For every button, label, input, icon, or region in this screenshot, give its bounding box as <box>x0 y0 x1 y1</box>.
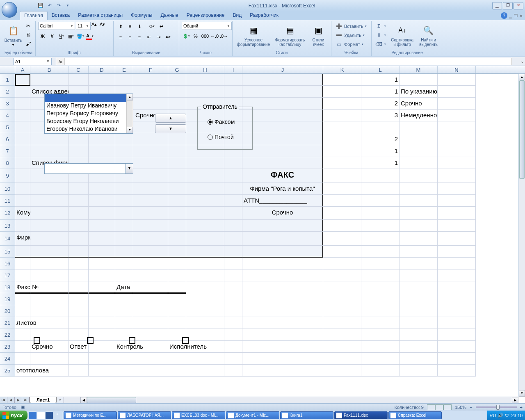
cell-J23[interactable] <box>242 341 323 353</box>
cell-K3[interactable] <box>323 98 361 110</box>
ql-word-icon[interactable] <box>46 412 53 419</box>
list-item[interactable] <box>45 94 133 102</box>
cell-styles-button[interactable]: ▣Стили ячеек <box>308 22 329 49</box>
clear-button[interactable]: ⌫▾ <box>374 40 388 49</box>
cell-H11[interactable] <box>186 195 224 207</box>
cell-K22[interactable] <box>323 329 361 341</box>
cell-I17[interactable] <box>224 269 242 281</box>
row-header-10[interactable]: 10 <box>0 183 15 195</box>
cell-I14[interactable] <box>224 232 242 246</box>
column-header-G[interactable]: G <box>168 66 186 73</box>
cell-G13[interactable] <box>168 220 186 232</box>
tab-review[interactable]: Рецензирование <box>183 11 229 20</box>
fill-button[interactable]: ⬇▾ <box>374 31 388 40</box>
cell-H23[interactable] <box>186 341 224 353</box>
cell-B18[interactable] <box>30 281 68 293</box>
tab-view[interactable]: Вид <box>228 11 246 20</box>
cell-H14[interactable] <box>186 232 224 246</box>
cell-A19[interactable] <box>15 293 30 305</box>
cell-B7[interactable] <box>30 145 68 157</box>
cell-C12[interactable] <box>68 207 89 220</box>
zoom-out-icon[interactable]: − <box>470 405 472 410</box>
cell-I10[interactable] <box>224 183 242 195</box>
scroll-up-icon[interactable]: ▲ <box>519 74 525 80</box>
cell-A13[interactable] <box>15 220 30 232</box>
language-indicator[interactable]: RU <box>490 413 496 418</box>
row-header-13[interactable]: 13 <box>0 220 15 232</box>
column-header-L[interactable]: L <box>361 66 399 73</box>
cell-B13[interactable] <box>30 220 68 232</box>
cell-M12[interactable] <box>399 207 438 220</box>
column-header-I[interactable]: I <box>224 66 242 73</box>
cell-N25[interactable] <box>438 365 476 377</box>
urgency-spinner[interactable]: ▲ ▼ <box>155 114 186 135</box>
cell-L19[interactable] <box>361 293 399 305</box>
cell-F3[interactable] <box>133 98 168 110</box>
cell-F1[interactable] <box>133 74 168 86</box>
cell-G10[interactable] <box>168 183 186 195</box>
cell-L8[interactable]: 1 <box>361 157 399 169</box>
start-button[interactable]: пуск <box>0 411 27 420</box>
recipients-listbox[interactable]: Иванову Петру Ивановичу Петрову Борису Е… <box>44 94 133 134</box>
increase-decimal-icon[interactable]: ←.0 <box>210 32 219 41</box>
cell-M25[interactable] <box>399 365 438 377</box>
cell-M18[interactable] <box>399 281 438 293</box>
align-bottom-icon[interactable]: ⬇ <box>135 22 144 31</box>
font-color-button[interactable]: A▾ <box>85 32 94 41</box>
checkbox-urgent[interactable] <box>34 337 40 344</box>
cell-N23[interactable] <box>438 341 476 353</box>
row-header-12[interactable]: 12 <box>0 207 15 220</box>
cell-M21[interactable] <box>399 317 438 329</box>
cell-I24[interactable] <box>224 353 242 365</box>
cell-L15[interactable] <box>361 246 399 258</box>
cell-N14[interactable] <box>438 232 476 246</box>
cell-M14[interactable] <box>399 232 438 246</box>
cell-K19[interactable] <box>323 293 361 305</box>
cell-D10[interactable] <box>89 183 115 195</box>
tab-nav-first-icon[interactable]: ⏮ <box>0 397 7 403</box>
checkbox-executor[interactable] <box>182 337 189 344</box>
cell-A1[interactable] <box>15 74 30 86</box>
align-top-icon[interactable]: ⬆ <box>116 22 125 31</box>
cell-M13[interactable] <box>399 220 438 232</box>
cell-I8[interactable] <box>224 157 242 169</box>
row-header-15[interactable]: 15 <box>0 246 15 258</box>
column-header-N[interactable]: N <box>438 66 476 73</box>
cell-I19[interactable] <box>224 293 242 305</box>
cell-E20[interactable] <box>115 305 133 317</box>
row-header-24[interactable]: 24 <box>0 353 15 365</box>
cell-M20[interactable] <box>399 305 438 317</box>
cell-C18[interactable] <box>68 281 89 293</box>
cell-E7[interactable] <box>115 145 133 157</box>
cell-I13[interactable] <box>224 220 242 232</box>
cell-N15[interactable] <box>438 246 476 258</box>
radio-mail[interactable]: Почтой <box>208 134 234 140</box>
cell-K24[interactable] <box>323 353 361 365</box>
cell-A11[interactable] <box>15 195 30 207</box>
decrease-indent-icon[interactable]: ⇤ <box>144 32 153 41</box>
cell-I15[interactable] <box>224 246 242 258</box>
cell-K7[interactable] <box>323 145 361 157</box>
cell-N7[interactable] <box>438 145 476 157</box>
cell-E1[interactable] <box>115 74 133 86</box>
doc-close-icon[interactable]: ✕ <box>519 14 523 18</box>
row-header-6[interactable]: 6 <box>0 133 15 145</box>
cell-E14[interactable] <box>115 232 133 246</box>
name-box[interactable]: A1▼ <box>13 58 52 65</box>
cell-M11[interactable] <box>399 195 438 207</box>
cell-H2[interactable] <box>186 86 224 98</box>
cell-J5[interactable] <box>242 121 323 133</box>
cell-L13[interactable] <box>361 220 399 232</box>
insert-cells-button[interactable]: ➕Вставить▾ <box>334 22 369 31</box>
spinner-up-button[interactable]: ▲ <box>155 114 186 123</box>
shrink-font-icon[interactable]: A▾ <box>100 22 107 30</box>
formula-input[interactable] <box>65 58 512 65</box>
cell-G11[interactable] <box>168 195 186 207</box>
cell-L11[interactable] <box>361 195 399 207</box>
cell-L10[interactable] <box>361 183 399 195</box>
radio-fax[interactable]: Факсом <box>208 119 235 125</box>
cell-J16[interactable] <box>242 258 323 269</box>
cell-E10[interactable] <box>115 183 133 195</box>
cell-N12[interactable] <box>438 207 476 220</box>
cell-L22[interactable] <box>361 329 399 341</box>
